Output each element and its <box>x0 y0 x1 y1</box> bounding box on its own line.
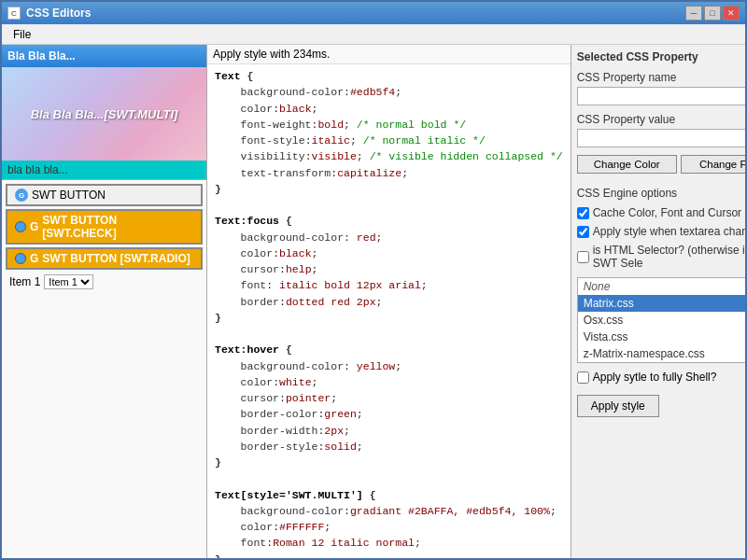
maximize-button[interactable]: □ <box>704 6 721 21</box>
window-title: CSS Editors <box>26 7 91 20</box>
css-file-vista[interactable]: Vista.css <box>578 329 745 345</box>
property-name-group: CSS Property name <box>577 71 745 105</box>
left-panel-header: Bla Bla Bla... <box>2 45 206 67</box>
swt-button-check[interactable]: G SWT BUTTON [SWT.CHECK] <box>6 209 203 245</box>
apply-shell-checkbox[interactable] <box>577 371 589 384</box>
preview-area: Bla Bla Bla...[SWT.MULTI] <box>2 67 206 161</box>
checkbox-apply-textarea-input[interactable] <box>577 226 589 238</box>
css-files-list: None Matrix.css Osx.css Vista.css z-Matr… <box>577 277 745 363</box>
apply-shell-row: Apply sytle to fully Shell? <box>577 371 745 384</box>
right-panel-title: Selected CSS Property <box>577 50 745 63</box>
checkbox-apply-textarea: Apply style when textarea change <box>577 225 745 238</box>
swt-button-normal[interactable]: G SWT BUTTON <box>6 184 203 206</box>
property-name-input[interactable] <box>577 87 745 105</box>
status-text: Apply style with 234ms. <box>207 45 571 64</box>
bla-label: bla bla bla... <box>2 161 206 180</box>
title-bar: C CSS Editors ─ □ ✕ <box>2 2 745 24</box>
radio-btn-icon: G <box>30 252 38 265</box>
item-label: Item 1 <box>9 275 40 288</box>
checkbox-html-selector-label: is HTML Selector? (otherwise it's SWT Se… <box>593 244 745 270</box>
apply-shell-label: Apply sytle to fully Shell? <box>593 371 717 384</box>
color-font-buttons: Change Color Change Font <box>577 155 745 174</box>
engine-options-title: CSS Engine options <box>577 187 745 200</box>
widget-list: G SWT BUTTON G SWT BUTTON [SWT.CHECK] G … <box>2 180 206 558</box>
title-bar-left: C CSS Editors <box>7 7 91 20</box>
checkbox-html-selector: is HTML Selector? (otherwise it's SWT Se… <box>577 244 745 270</box>
check-icon <box>15 221 26 232</box>
css-file-osx[interactable]: Osx.css <box>578 312 745 329</box>
css-editor[interactable]: Text { background-color:#edb5f4; color:b… <box>207 64 571 558</box>
checkbox-cache-color-label: Cache Color, Font and Cursor <box>593 206 741 219</box>
apply-style-button[interactable]: Apply style <box>577 395 659 417</box>
css-file-matrix[interactable]: Matrix.css <box>578 295 745 312</box>
property-name-label: CSS Property name <box>577 71 745 84</box>
radio-icon <box>15 253 26 264</box>
swt-radio-label: SWT BUTTON [SWT.RADIO] <box>42 252 190 265</box>
minimize-button[interactable]: ─ <box>685 6 702 21</box>
menu-bar: File <box>2 24 745 45</box>
window-icon: C <box>7 7 21 20</box>
item-dropdown: Item 1 Item 1 Item 2 Item 3 <box>6 273 203 291</box>
left-panel: Bla Bla Bla... Bla Bla Bla...[SWT.MULTI]… <box>2 45 207 558</box>
swt-button-radio[interactable]: G SWT BUTTON [SWT.RADIO] <box>6 247 203 270</box>
swt-button-label: SWT BUTTON <box>32 189 106 202</box>
preview-text: Bla Bla Bla...[SWT.MULTI] <box>31 107 178 121</box>
close-button[interactable]: ✕ <box>723 6 740 21</box>
property-value-group: CSS Property value <box>577 113 745 147</box>
change-font-button[interactable]: Change Font <box>681 155 745 174</box>
checkbox-html-selector-input[interactable] <box>577 251 589 263</box>
title-buttons: ─ □ ✕ <box>685 6 740 21</box>
property-value-input[interactable] <box>577 129 745 147</box>
css-file-z-matrix[interactable]: z-Matrix-namespace.css <box>578 345 745 362</box>
middle-panel: Apply style with 234ms. Text { backgroun… <box>207 45 571 558</box>
right-panel: Selected CSS Property CSS Property name … <box>571 45 745 558</box>
swt-check-label: SWT BUTTON [SWT.CHECK] <box>42 214 193 240</box>
menu-file[interactable]: File <box>6 26 38 43</box>
check-btn-icon: G <box>30 220 38 233</box>
change-color-button[interactable]: Change Color <box>577 155 677 174</box>
css-none-item[interactable]: None <box>578 278 745 295</box>
checkbox-apply-textarea-label: Apply style when textarea change <box>593 225 745 238</box>
main-content: Bla Bla Bla... Bla Bla Bla...[SWT.MULTI]… <box>2 45 745 558</box>
checkbox-cache-color-input[interactable] <box>577 207 589 219</box>
property-value-label: CSS Property value <box>577 113 745 126</box>
main-window: C CSS Editors ─ □ ✕ File Bla Bla Bla... … <box>0 0 747 560</box>
item-select[interactable]: Item 1 Item 2 Item 3 <box>44 274 93 289</box>
swt-button-icon: G <box>15 189 28 202</box>
checkbox-cache-color: Cache Color, Font and Cursor <box>577 206 745 219</box>
